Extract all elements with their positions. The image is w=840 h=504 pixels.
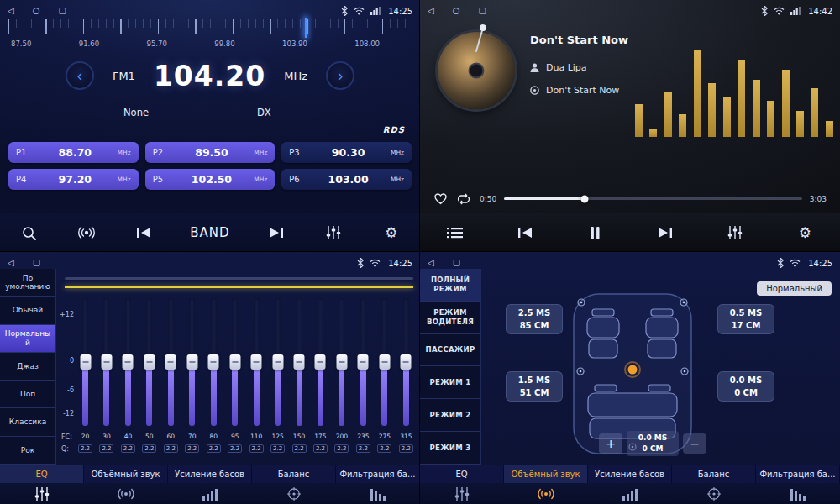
eq-band-slider[interactable] [399, 298, 413, 426]
slider-knob[interactable] [186, 354, 197, 370]
slider-knob[interactable] [358, 354, 369, 370]
bass-boost-tab-icon[interactable] [168, 487, 252, 501]
increase-delay-button[interactable]: + [599, 433, 622, 454]
eq-band-slider[interactable] [377, 298, 391, 426]
delay-rear-right[interactable]: 0.0 MS 0 CM [717, 371, 774, 402]
settings-gear-icon[interactable]: ⚙ [794, 224, 816, 241]
eq-preset-5[interactable]: Классика [0, 408, 55, 436]
sound-tab-4[interactable]: Фильтрация ба... [336, 465, 420, 483]
preset-P4[interactable]: P4 97.20 MHz [8, 169, 139, 190]
eq-band-slider[interactable] [249, 298, 264, 426]
band-button[interactable]: BAND [190, 225, 229, 240]
bass-boost-tab-icon[interactable] [588, 487, 672, 501]
eq-band-slider[interactable] [292, 298, 307, 426]
slider-knob[interactable] [294, 354, 305, 370]
eq-preset-6[interactable]: Рок [0, 437, 55, 465]
sound-tab-1[interactable]: Объёмный звук [504, 465, 588, 483]
recents-icon[interactable]: ▢ [33, 259, 40, 267]
settings-gear-icon[interactable]: ⚙ [381, 224, 402, 241]
eq-band-slider[interactable] [313, 298, 328, 426]
slider-knob[interactable] [229, 354, 240, 370]
home-icon[interactable]: ○ [453, 7, 460, 15]
eq-band-slider[interactable] [142, 298, 156, 426]
back-icon[interactable]: ◁ [428, 259, 434, 267]
previous-station-icon[interactable] [133, 227, 155, 239]
pause-icon[interactable] [584, 227, 606, 239]
back-icon[interactable]: ◁ [8, 7, 14, 15]
previous-track-icon[interactable] [514, 227, 536, 239]
search-icon[interactable] [18, 226, 39, 240]
recents-icon[interactable]: ▢ [58, 7, 66, 15]
recents-icon[interactable]: ▢ [478, 7, 486, 15]
preset-P5[interactable]: P5 102.50 MHz [145, 169, 276, 190]
slider-knob[interactable] [144, 354, 155, 370]
eq-band-slider[interactable] [78, 298, 92, 426]
eq-tab-icon[interactable] [0, 487, 84, 501]
recents-icon[interactable]: ▢ [453, 259, 460, 267]
tuning-ruler[interactable] [8, 19, 412, 38]
slider-knob[interactable] [336, 354, 347, 370]
surround-mode-0[interactable]: ПОЛНЫЙ РЕЖИМ [420, 269, 480, 302]
progress-bar[interactable] [504, 197, 802, 200]
slider-knob[interactable] [80, 354, 91, 370]
sound-tab-3[interactable]: Баланс [672, 465, 756, 483]
slider-knob[interactable] [401, 354, 412, 370]
slider-knob[interactable] [315, 354, 326, 370]
eq-tab-icon[interactable] [420, 487, 504, 501]
slider-knob[interactable] [101, 354, 112, 370]
eq-band-slider[interactable] [164, 298, 178, 426]
eq-preset-4[interactable]: Поп [0, 381, 55, 408]
progress-knob[interactable] [580, 195, 588, 202]
equalizer-sliders-icon[interactable] [323, 226, 344, 239]
sound-tab-2[interactable]: Усиление басов [168, 465, 252, 483]
eq-preset-2[interactable]: Нормальный [0, 325, 55, 353]
next-track-icon[interactable] [654, 227, 676, 239]
sound-tab-0[interactable]: EQ [420, 465, 504, 483]
slider-knob[interactable] [208, 354, 219, 370]
slider-knob[interactable] [251, 354, 262, 370]
back-icon[interactable]: ◁ [8, 259, 14, 267]
eq-band-slider[interactable] [121, 298, 135, 426]
home-icon[interactable]: ○ [33, 7, 40, 15]
eq-band-slider[interactable] [185, 298, 199, 426]
preset-P2[interactable]: P2 89.50 MHz [145, 142, 276, 163]
slider-knob[interactable] [123, 354, 134, 370]
sound-tab-0[interactable]: EQ [0, 465, 84, 483]
slider-knob[interactable] [165, 354, 176, 370]
sound-tab-4[interactable]: Фильтрация ба... [756, 465, 840, 483]
filter-tab-icon[interactable] [336, 487, 420, 501]
eq-band-slider[interactable] [207, 298, 221, 426]
preset-P3[interactable]: P3 90.30 MHz [281, 142, 412, 163]
next-station-icon[interactable] [265, 227, 287, 239]
decrease-delay-button[interactable]: − [683, 433, 706, 454]
eq-preset-0[interactable]: По умолчанию [0, 269, 55, 297]
playlist-icon[interactable] [444, 227, 466, 239]
delay-front-left[interactable]: 2.5 MS 85 CM [506, 304, 563, 334]
balance-tab-icon[interactable] [672, 487, 756, 501]
surround-tab-icon[interactable] [504, 487, 588, 501]
eq-preset-3[interactable]: Джаз [0, 353, 55, 381]
eq-preset-1[interactable]: Обычай [0, 297, 55, 324]
preset-P6[interactable]: P6 103.00 MHz [281, 169, 412, 190]
eq-band-slider[interactable] [356, 298, 370, 426]
surround-mode-5[interactable]: РЕЖИМ 3 [420, 432, 480, 465]
surround-tab-icon[interactable] [84, 487, 168, 501]
surround-mode-4[interactable]: РЕЖИМ 2 [420, 399, 480, 432]
filter-tab-icon[interactable] [756, 487, 840, 501]
equalizer-sliders-icon[interactable] [724, 226, 746, 239]
sound-tab-1[interactable]: Объёмный звук [84, 465, 168, 483]
slider-knob[interactable] [272, 354, 283, 370]
preset-P1[interactable]: P1 88.70 MHz [8, 142, 139, 163]
eq-band-slider[interactable] [99, 298, 113, 426]
slider-knob[interactable] [379, 354, 390, 370]
sound-preset-button[interactable]: Нормальный [757, 281, 832, 296]
favorite-heart-icon[interactable] [433, 192, 448, 205]
eq-band-slider[interactable] [334, 298, 349, 426]
broadcast-icon[interactable] [76, 226, 97, 239]
surround-mode-1[interactable]: РЕЖИМ ВОДИТЕЛЯ [420, 302, 480, 334]
surround-mode-3[interactable]: РЕЖИМ 1 [420, 366, 480, 399]
repeat-icon[interactable] [455, 193, 472, 205]
eq-band-slider[interactable] [270, 298, 285, 426]
surround-mode-2[interactable]: ПАССАЖИР [420, 334, 480, 367]
sound-tab-3[interactable]: Баланс [252, 465, 336, 483]
